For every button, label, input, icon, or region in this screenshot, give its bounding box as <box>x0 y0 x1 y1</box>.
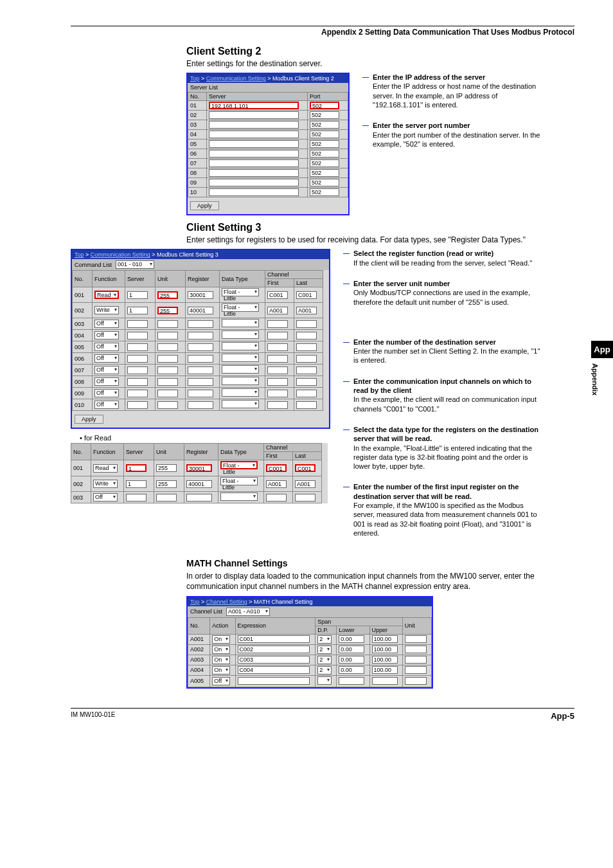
register-input[interactable]: 30001 <box>186 464 212 472</box>
ch-last-input[interactable]: C001 <box>296 291 317 299</box>
expr-input[interactable]: C002 <box>238 646 310 653</box>
server-num-input[interactable]: 1 <box>127 307 148 314</box>
bc-comm[interactable]: Communication Setting <box>91 251 150 258</box>
function-select[interactable]: Off <box>94 354 119 363</box>
port-input[interactable]: 502 <box>310 169 339 177</box>
ch-last-input[interactable]: A001 <box>296 307 317 314</box>
upper-input[interactable]: 100.00 <box>372 656 398 664</box>
dp-select[interactable]: 2 <box>317 635 332 644</box>
dp-select[interactable]: 2 <box>317 666 332 674</box>
server-num-input[interactable]: 1 <box>127 291 148 299</box>
unit-input[interactable]: 255 <box>156 464 177 472</box>
cs3-read-table: No. Function Server Unit Register Data T… <box>71 443 322 503</box>
dtype-select[interactable]: Float - Little <box>222 303 259 312</box>
function-select[interactable]: Off <box>94 331 119 339</box>
upper-input[interactable]: 100.00 <box>372 635 398 643</box>
ch-last-input[interactable]: C001 <box>295 464 315 472</box>
range-select[interactable]: A001 - A010 <box>226 608 270 616</box>
action-select[interactable]: On <box>212 646 230 654</box>
unit-input[interactable] <box>405 666 427 674</box>
unit-input[interactable]: 255 <box>157 307 178 314</box>
unit-input[interactable]: 255 <box>157 291 178 299</box>
unit-input[interactable] <box>405 656 427 664</box>
port-input[interactable]: 502 <box>310 131 339 138</box>
server-input[interactable] <box>209 150 299 158</box>
lower-input[interactable]: 0.00 <box>339 635 364 643</box>
port-input[interactable]: 502 <box>310 102 339 109</box>
ch-first-input[interactable]: C001 <box>267 291 288 299</box>
function-select[interactable]: Write <box>93 480 118 488</box>
table-row: 007Off <box>73 365 323 376</box>
server-input[interactable]: 192.168.1.101 <box>209 102 299 109</box>
port-input[interactable]: 502 <box>310 159 339 167</box>
function-select[interactable]: Off <box>94 320 119 328</box>
dp-select[interactable]: 2 <box>317 646 332 654</box>
co-dest-body: Enter the number set in Client Setting 2… <box>353 347 542 365</box>
ch-first-input[interactable]: C001 <box>266 464 287 472</box>
math-intro: In order to display data loaded to the c… <box>186 571 574 592</box>
expr-input[interactable]: C001 <box>238 635 310 643</box>
cs2-title: Client Setting 2 <box>186 46 574 57</box>
register-input[interactable]: 30001 <box>188 291 213 299</box>
apply-button[interactable]: Apply <box>75 415 103 424</box>
server-input[interactable] <box>209 121 299 129</box>
bc-top[interactable]: Top <box>190 599 200 605</box>
action-select[interactable]: On <box>212 666 230 674</box>
unit-input[interactable] <box>405 677 427 685</box>
function-select[interactable]: Read <box>93 464 118 473</box>
server-input[interactable] <box>209 169 299 177</box>
port-input[interactable]: 502 <box>310 140 339 148</box>
function-select[interactable]: Write <box>94 306 119 314</box>
unit-input[interactable] <box>405 646 427 653</box>
server-input[interactable] <box>209 179 299 186</box>
apply-button[interactable]: Apply <box>190 201 219 210</box>
function-select[interactable]: Read <box>94 291 119 299</box>
range-select[interactable]: 001 - 010 <box>116 260 154 269</box>
dtype-select[interactable]: Float - Little <box>220 461 258 469</box>
function-select[interactable]: Off <box>93 493 118 502</box>
lower-input[interactable]: 0.00 <box>339 666 364 674</box>
bc-top[interactable]: Top <box>190 75 200 82</box>
port-input[interactable]: 502 <box>310 188 339 196</box>
co-dtype-title: Select the data type for the registers o… <box>353 425 542 444</box>
table-row: A003OnC00320.00100.00 <box>188 655 432 665</box>
port-input[interactable]: 502 <box>310 179 339 186</box>
expr-input[interactable]: C004 <box>238 666 310 674</box>
server-input[interactable] <box>209 159 299 167</box>
dp-select[interactable] <box>317 676 332 685</box>
function-select[interactable]: Off <box>94 377 119 386</box>
server-input[interactable] <box>209 188 299 196</box>
action-select[interactable]: On <box>212 635 230 644</box>
server-num-input[interactable]: 1 <box>126 464 147 472</box>
lower-input[interactable]: 0.00 <box>339 656 364 664</box>
upper-input[interactable] <box>372 677 398 685</box>
register-input[interactable]: 40001 <box>188 307 213 314</box>
bc-chset[interactable]: Channel Setting <box>206 599 247 605</box>
action-select[interactable]: On <box>212 656 230 664</box>
lower-input[interactable] <box>339 677 364 685</box>
server-input[interactable] <box>209 140 299 148</box>
function-select[interactable]: Off <box>94 366 119 374</box>
dp-select[interactable]: 2 <box>317 656 332 664</box>
bc-top[interactable]: Top <box>75 251 84 258</box>
lower-input[interactable]: 0.00 <box>339 646 364 653</box>
function-select[interactable]: Off <box>94 343 119 351</box>
dtype-select[interactable]: Float - Little <box>222 288 259 296</box>
table-row: 06502 <box>188 149 348 159</box>
bc-comm[interactable]: Communication Setting <box>206 75 266 82</box>
upper-input[interactable]: 100.00 <box>372 666 398 674</box>
function-select[interactable]: Off <box>94 401 119 409</box>
port-input[interactable]: 502 <box>310 121 339 129</box>
action-select[interactable]: Off <box>212 677 230 685</box>
port-input[interactable]: 502 <box>310 150 339 158</box>
unit-input[interactable] <box>405 635 427 643</box>
server-input[interactable] <box>209 131 299 138</box>
expr-input[interactable]: C003 <box>238 656 310 664</box>
expr-input[interactable] <box>238 677 310 685</box>
math-subbar: Channel List A001 - A010 <box>188 606 432 617</box>
port-input[interactable]: 502 <box>310 111 339 119</box>
server-input[interactable] <box>209 111 299 119</box>
upper-input[interactable]: 100.00 <box>372 646 398 653</box>
ch-first-input[interactable]: A001 <box>267 307 288 314</box>
function-select[interactable]: Off <box>94 389 119 397</box>
